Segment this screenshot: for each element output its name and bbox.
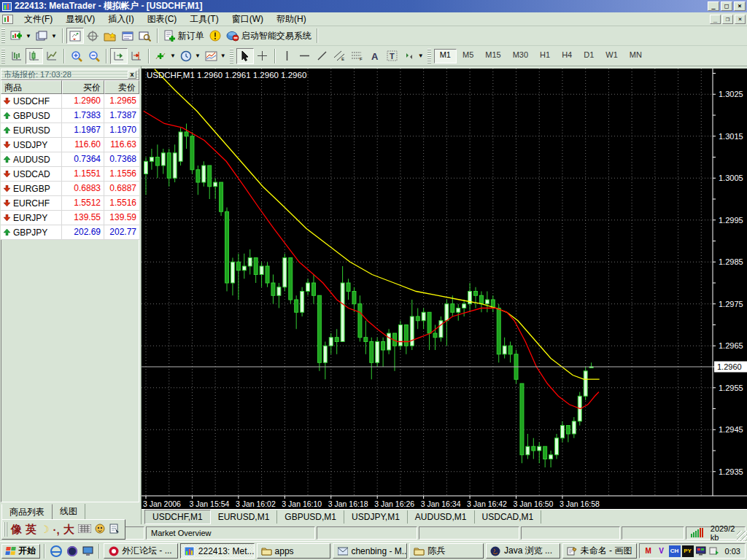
period-button-d1[interactable]: D1 xyxy=(578,49,600,63)
period-button-m1[interactable]: M1 xyxy=(434,49,457,63)
toolbar-gripper[interactable] xyxy=(427,49,431,63)
menu-item-w[interactable]: 窗口(W) xyxy=(225,12,270,27)
menu-item-h[interactable]: 帮助(H) xyxy=(270,12,313,27)
table-row[interactable]: EURGBP0.68830.6887 xyxy=(1,182,139,196)
period-button-w1[interactable]: W1 xyxy=(600,49,624,63)
period-button-h4[interactable]: H4 xyxy=(556,49,578,63)
ime-drag-handle[interactable] xyxy=(4,522,7,537)
menu-item-i[interactable]: 插入(I) xyxy=(101,12,140,27)
chart-tab-gbpusd[interactable]: GBPUSD,M1 xyxy=(277,510,344,524)
start-button[interactable]: 开始 xyxy=(1,544,40,559)
bar-chart-button[interactable] xyxy=(8,48,26,64)
column-header-symbol[interactable]: 商品 xyxy=(1,80,62,94)
title-bar[interactable]: 222413: MetaTrader - 模拟帐户 - [USDCHF,M1] … xyxy=(0,0,747,12)
table-row[interactable]: AUDUSD0.73640.7368 xyxy=(1,152,139,167)
expert-advisor-button[interactable]: 启动智能交易系统 xyxy=(224,28,314,44)
taskbar-button[interactable]: 222413: Met... xyxy=(180,543,255,559)
period-button-h1[interactable]: H1 xyxy=(534,49,556,63)
child-restore-button[interactable]: ❐ xyxy=(722,15,733,24)
ime-language-toggle[interactable]: 英 xyxy=(26,523,36,537)
zoom-out-button[interactable] xyxy=(85,48,103,64)
quicklaunch-desktop-icon[interactable] xyxy=(81,544,95,558)
profiles-button[interactable]: ▼ xyxy=(34,28,59,44)
ime-logo[interactable]: 像 xyxy=(11,523,22,537)
ime-tools-icon[interactable] xyxy=(95,524,106,536)
taskbar-clock[interactable]: 0:03 xyxy=(725,547,740,556)
horizontal-line-button[interactable] xyxy=(296,48,314,64)
taskbar-button[interactable]: 陈兵 xyxy=(409,543,484,559)
market-watch-tab-tick[interactable]: 线图 xyxy=(53,504,85,520)
table-row[interactable]: USDCAD1.15511.1556 xyxy=(1,167,139,182)
tray-scheduler-icon[interactable] xyxy=(708,545,720,557)
menu-item-t[interactable]: 工具(T) xyxy=(183,12,225,27)
toolbar-gripper[interactable] xyxy=(230,49,233,63)
period-button-mn[interactable]: MN xyxy=(624,49,648,63)
tray-ime-icon[interactable]: PY xyxy=(682,545,694,557)
toolbar-gripper[interactable] xyxy=(1,28,5,43)
text-button[interactable]: A xyxy=(366,48,384,64)
cursor-button[interactable] xyxy=(236,48,254,64)
channel-button[interactable]: E xyxy=(331,48,349,64)
chart-tab-audusd[interactable]: AUDUSD,M1 xyxy=(408,510,475,524)
chart-tab-usdcad[interactable]: USDCAD,M1 xyxy=(475,510,542,524)
price-chart[interactable]: 1.30251.30151.30051.29951.29851.29751.29… xyxy=(142,69,747,509)
fibonacci-button[interactable]: F xyxy=(349,48,366,64)
minimize-button[interactable]: _ xyxy=(708,1,719,11)
candlestick-chart-button[interactable] xyxy=(26,48,43,64)
text-label-button[interactable]: T xyxy=(384,48,401,64)
trendline-button[interactable] xyxy=(314,48,331,64)
period-button-m30[interactable]: M30 xyxy=(507,49,534,63)
child-close-button[interactable]: × xyxy=(735,15,746,24)
tray-icon-m[interactable]: M xyxy=(643,545,654,557)
crosshair-button[interactable] xyxy=(254,48,271,64)
ime-wordbank-icon[interactable] xyxy=(109,524,120,536)
chart-tab-usdchf[interactable]: USDCHF,M1 xyxy=(144,510,211,524)
table-row[interactable]: GBPUSD1.73831.7387 xyxy=(1,109,139,123)
resize-grip[interactable] xyxy=(737,531,747,541)
line-chart-button[interactable] xyxy=(43,48,61,64)
chart-window-icon[interactable] xyxy=(2,15,13,24)
terminal-button[interactable] xyxy=(119,28,136,44)
zoom-in-button[interactable] xyxy=(68,48,85,64)
market-watch-titlebar[interactable]: 市场报价: 17:03:28 x xyxy=(1,69,139,80)
market-watch-close-icon[interactable]: x xyxy=(128,71,136,79)
chart-tab-usdjpy[interactable]: USDJPY,M1 xyxy=(344,510,408,524)
taskbar-button[interactable]: Java 浏览 ... xyxy=(486,543,560,559)
quicklaunch-browser-icon[interactable] xyxy=(65,544,79,558)
quicklaunch-ie-icon[interactable] xyxy=(49,544,63,558)
metaeditor-button[interactable] xyxy=(206,28,224,44)
close-button[interactable]: × xyxy=(734,1,746,11)
taskbar-button[interactable]: 外汇论坛 - ... xyxy=(104,543,178,559)
chart-tab-eurusd[interactable]: EURUSD,M1 xyxy=(211,510,278,524)
ime-toolbar[interactable]: 像 英 ☽ ·, 大 xyxy=(1,519,125,540)
period-button-m5[interactable]: M5 xyxy=(457,49,479,63)
indicators-button[interactable]: ▼ xyxy=(152,48,178,64)
auto-scroll-button[interactable] xyxy=(110,48,128,64)
tray-language-icon[interactable]: CH xyxy=(669,545,681,557)
table-row[interactable]: USDJPY116.60116.63 xyxy=(1,138,139,152)
strategy-tester-button[interactable] xyxy=(136,28,154,44)
templates-button[interactable]: ▼ xyxy=(203,48,228,64)
tray-display-icon[interactable] xyxy=(695,545,707,557)
ime-charset-toggle[interactable]: 大 xyxy=(63,523,74,537)
table-row[interactable]: EURUSD1.19671.1970 xyxy=(1,123,139,138)
periods-button[interactable]: ▼ xyxy=(178,48,203,64)
table-row[interactable]: EURCHF1.55121.5516 xyxy=(1,196,139,211)
menu-item-c[interactable]: 图表(C) xyxy=(141,12,184,27)
menu-item-f[interactable]: 文件(F) xyxy=(18,12,59,27)
table-row[interactable]: GBPJPY202.69202.77 xyxy=(1,225,139,240)
menu-item-v[interactable]: 显视(V) xyxy=(59,12,101,27)
child-minimize-button[interactable]: _ xyxy=(710,15,721,24)
navigator-button[interactable] xyxy=(101,28,119,44)
column-header-ask[interactable]: 卖价 xyxy=(104,80,139,94)
table-row[interactable]: EURJPY139.55139.59 xyxy=(1,211,139,225)
taskbar-button[interactable]: chenbing - M... xyxy=(333,543,407,559)
ime-punctuation-toggle[interactable]: ·, xyxy=(53,524,60,536)
taskbar-button[interactable]: 未命名 - 画图 xyxy=(562,543,637,559)
data-window-button[interactable] xyxy=(84,28,101,44)
ime-halfwidth-icon[interactable]: ☽ xyxy=(40,524,50,535)
new-chart-button[interactable]: ▼ xyxy=(8,28,34,44)
table-row[interactable]: USDCHF1.29601.2965 xyxy=(1,94,139,109)
arrows-button[interactable]: ▼ xyxy=(401,48,426,64)
new-order-button[interactable]: 新订单 xyxy=(161,28,206,44)
